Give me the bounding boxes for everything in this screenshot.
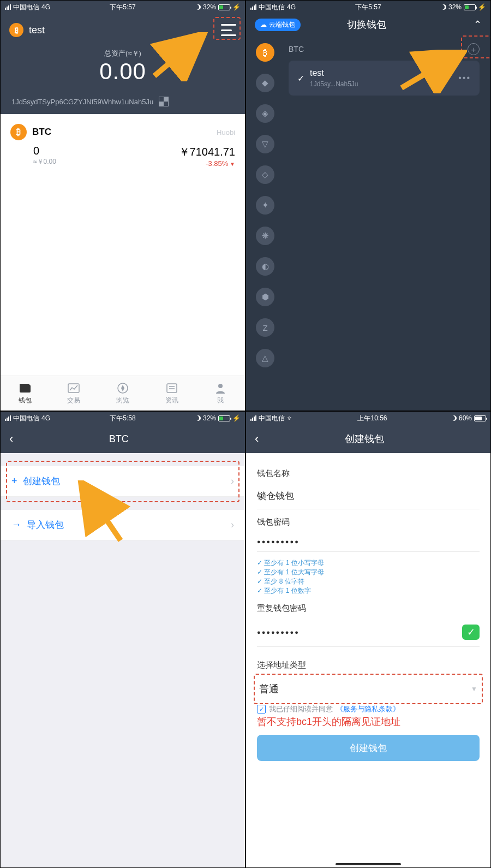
status-bar: 中国电信 ᯤ 上午10:56 60% [246,412,490,425]
clock: 下午5:57 [110,3,135,12]
signal-bars-icon [5,415,11,421]
clock: 上午10:56 [357,414,387,423]
rail-more-icon[interactable]: △ [256,349,274,367]
menu-icon[interactable] [221,24,236,36]
import-wallet-row[interactable]: → 导入钱包 › [1,510,245,540]
clock: 下午5:57 [355,3,381,12]
tab-trade[interactable]: 交易 [50,376,99,411]
agree-row[interactable]: ✓ 我已仔细阅读并同意 《服务与隐私条款》 [257,704,480,714]
svg-rect-0 [20,385,31,393]
tab-wallet[interactable]: 钱包 [1,376,50,411]
checkmark-icon: ✓ [462,625,480,640]
name-input[interactable]: 锁仓钱包 [257,484,480,509]
tab-news[interactable]: 资讯 [147,376,196,411]
coin-source: Huobi [217,128,235,136]
charging-icon: ⚡ [232,414,241,422]
svg-rect-1 [20,384,29,386]
home-indicator [336,863,401,865]
chevron-up-icon[interactable]: ⌃ [474,19,482,31]
battery-icon [464,4,476,10]
back-icon[interactable]: ‹ [9,432,13,446]
password-input[interactable]: ●●●●●●●●● [257,533,480,552]
news-icon [166,382,178,394]
signal-bars-icon [5,4,11,10]
bottom-tab-bar: 钱包 交易 浏览 资讯 我 [1,376,245,411]
checkbox-icon[interactable]: ✓ [257,705,266,714]
coin-fiat: ≈￥0.00 [33,157,56,167]
moon-icon [441,4,446,10]
carrier-label: 中国电信 [13,3,39,12]
compass-icon [117,382,129,394]
screen-wallet-home: 中国电信 4G 下午5:57 32% ⚡ ₿ test 总资产(≈￥) 0.00… [0,0,246,411]
cloud-wallet-badge[interactable]: ☁ 云端钱包 [255,19,301,31]
rail-bnb-icon[interactable]: ◇ [256,165,274,184]
total-asset-label: 总资产(≈￥) [9,49,236,58]
rail-btc-icon[interactable]: ₿ [256,43,274,62]
tab-browse[interactable]: 浏览 [98,376,147,411]
moon-icon [451,415,457,421]
rail-atom-icon[interactable]: ✦ [256,196,274,215]
btc-icon: ₿ [9,23,23,37]
qr-icon[interactable] [159,97,169,106]
coin-balance: 0 [33,145,56,157]
warning-text: 暂不支持bc1开头的隔离见证地址 [257,715,480,728]
rail-zil-icon[interactable]: Z [256,318,274,337]
addr-type-select[interactable]: 普通 ▼ [257,676,480,702]
terms-link[interactable]: 《服务与隐私条款》 [336,704,400,714]
arrow-right-icon: → [11,519,21,531]
battery-icon [218,415,230,421]
rail-ont-icon[interactable]: ◐ [256,257,274,276]
create-wallet-row[interactable]: + 创建钱包 › [1,466,245,497]
rail-eth-icon[interactable]: ◆ [256,74,274,92]
addr-type-label: 选择地址类型 [257,660,480,670]
coin-values: 0 ≈￥0.00 ￥71041.71 -3.85% [1,145,245,172]
screen-create-wallet: 中国电信 ᯤ 上午10:56 60% ‹ 创建钱包 钱包名称 锁仓钱包 钱包密码… [246,411,491,868]
password-requirements: 至少有 1 位小写字母 至少有 1 位大写字母 至少 8 位字符 至少有 1 位… [257,558,480,596]
clock: 下午5:58 [110,414,135,423]
page-title: BTC [109,433,129,445]
wallet-address[interactable]: 1Jd5sydTSyPp6CGZYJNf59Whhw1uNah5Ju [11,98,153,106]
moon-icon [195,4,201,10]
chevron-right-icon: › [231,519,234,531]
user-icon [214,382,226,394]
page-title: 创建钱包 [345,432,384,445]
page-title: 切换钱包 [347,18,386,31]
coin-price: ￥71041.71 [179,145,235,159]
svg-rect-5 [167,384,177,393]
rail-iost-icon[interactable]: ❋ [256,227,274,245]
battery-icon [474,415,486,421]
chart-icon [68,382,80,394]
rail-trx-icon[interactable]: ▽ [256,135,274,153]
back-icon[interactable]: ‹ [255,432,259,446]
rail-eos-icon[interactable]: ◈ [256,104,274,123]
coin-row-btc[interactable]: ₿ BTC Huobi [1,114,245,145]
moon-icon [195,415,201,421]
wifi-icon: ᯤ [287,414,294,422]
password-label: 钱包密码 [257,517,480,527]
coin-symbol: BTC [32,127,51,138]
btc-icon: ₿ [10,124,27,140]
wallet-name: test [310,68,358,78]
svg-rect-2 [68,384,79,393]
screen-btc-actions: 中国电信 4G 下午5:58 32% ⚡ ‹ BTC + 创建钱包 › → 导入… [0,411,246,868]
svg-marker-4 [121,385,124,391]
password2-input[interactable]: ●●●●●●●●● ✓ [257,619,480,647]
cloud-icon: ☁ [260,21,267,28]
wallet-name: test [29,25,45,36]
status-bar: 中国电信 4G 下午5:57 32% ⚡ [246,1,490,14]
add-wallet-icon[interactable]: + [468,43,480,55]
status-bar: 中国电信 4G 下午5:58 32% ⚡ [1,412,245,425]
plus-icon: + [11,475,17,487]
more-icon[interactable]: ••• [458,73,471,83]
tab-me[interactable]: 我 [196,376,245,411]
coin-change: -3.85% [179,159,235,168]
password2-label: 重复钱包密码 [257,603,480,614]
check-icon: ✓ [297,73,304,84]
charging-icon: ⚡ [232,3,241,11]
wallet-address-short: 1Jd5sy...Nah5Ju [310,80,358,88]
rail-link-icon[interactable]: ⬢ [256,288,274,306]
status-bar: 中国电信 4G 下午5:57 32% ⚡ [1,1,245,14]
name-label: 钱包名称 [257,468,480,479]
create-wallet-button[interactable]: 创建钱包 [257,735,480,761]
wallet-card[interactable]: ✓ test 1Jd5sy...Nah5Ju ••• [289,61,480,96]
